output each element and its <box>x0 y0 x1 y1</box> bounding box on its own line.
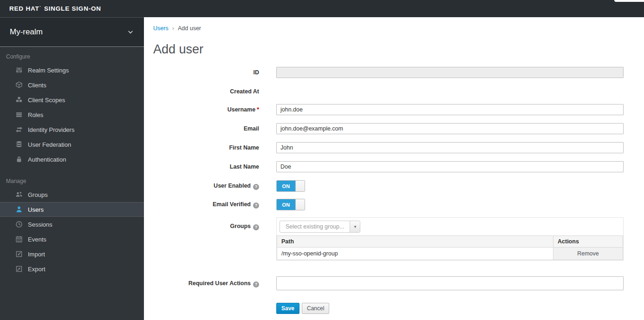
sidebar-item-export[interactable]: Export <box>0 261 144 276</box>
breadcrumb-users-link[interactable]: Users <box>153 25 169 32</box>
question-circle-icon: ? <box>253 224 259 230</box>
question-circle-icon: ? <box>253 281 259 287</box>
chevron-down-icon <box>127 29 134 35</box>
user-enabled-toggle[interactable]: ON <box>276 180 305 192</box>
sidebar-item-roles[interactable]: Roles <box>0 107 144 122</box>
sidebar-item-realm-settings[interactable]: Realm Settings <box>0 63 144 78</box>
sidebar-item-clients[interactable]: Clients <box>0 78 144 92</box>
sidebar-item-events[interactable]: Events <box>0 232 144 247</box>
required-user-actions-field[interactable] <box>276 276 624 290</box>
group-select[interactable]: Select existing group... ▼ <box>280 221 360 233</box>
sidebar-item-label: Import <box>28 251 45 258</box>
cancel-button[interactable]: Cancel <box>302 303 329 314</box>
topbar-corner-artifact <box>614 0 644 2</box>
sliders-icon <box>15 66 23 74</box>
user-icon <box>15 206 23 213</box>
last-name-field[interactable] <box>276 161 624 172</box>
toggle-on-label: ON <box>277 181 295 191</box>
sidebar-item-sessions[interactable]: Sessions <box>0 217 144 232</box>
toggle-on-label: ON <box>277 199 295 210</box>
username-label: Username* <box>153 104 259 113</box>
sidebar-item-label: User Federation <box>28 141 71 148</box>
sidebar-item-label: Client Scopes <box>28 97 65 104</box>
page-title: Add user <box>153 42 633 57</box>
groups-label: Groups? <box>153 217 259 230</box>
export-icon <box>15 265 23 273</box>
sidebar-item-import[interactable]: Import <box>0 247 144 261</box>
brand-red-hat: RED HAT <box>9 5 39 12</box>
question-circle-icon: ? <box>253 202 259 209</box>
sidebar-item-label: Roles <box>28 111 43 118</box>
breadcrumb-current: Add user <box>178 25 201 32</box>
sidebar-item-label: Groups <box>28 191 48 198</box>
cube-icon <box>15 81 23 89</box>
required-user-actions-label: Required User Actions? <box>153 276 259 287</box>
sidebar-item-label: Authentication <box>28 156 66 163</box>
brand-trademark: ' <box>40 5 41 9</box>
sidebar-item-users[interactable]: Users <box>0 202 144 217</box>
sidebar-item-user-federation[interactable]: User Federation <box>0 137 144 152</box>
users-group-icon <box>15 191 23 198</box>
breadcrumb: Users › Add user <box>153 25 633 32</box>
calendar-icon <box>15 235 23 243</box>
toggle-handle <box>295 199 305 210</box>
groups-widget: Select existing group... ▼ Path Actions <box>276 217 624 261</box>
question-circle-icon: ? <box>253 184 259 190</box>
user-enabled-label: User Enabled? <box>153 180 259 190</box>
email-field[interactable] <box>276 123 624 134</box>
list-icon <box>15 111 23 118</box>
created-at-label: Created At <box>153 86 259 95</box>
realm-selector[interactable]: My-realm <box>0 17 144 47</box>
id-label: ID <box>153 67 259 76</box>
last-name-label: Last Name <box>153 161 259 170</box>
sidebar-item-client-scopes[interactable]: Client Scopes <box>0 92 144 107</box>
import-icon <box>15 250 23 258</box>
id-field <box>276 67 624 78</box>
sidebar-item-label: Export <box>28 266 46 273</box>
first-name-label: First Name <box>153 142 259 151</box>
group-path-cell: /my-sso-openid-group <box>277 248 553 260</box>
brand-product: SINGLE SIGN-ON <box>44 5 101 12</box>
configure-section-label: Configure <box>0 47 144 63</box>
sidebar: My-realm Configure Realm Settings Client… <box>0 17 144 320</box>
email-verified-label: Email Verified? <box>153 199 259 209</box>
remove-group-button[interactable]: Remove <box>553 248 623 260</box>
sidebar-item-authentication[interactable]: Authentication <box>0 152 144 167</box>
path-column-header: Path <box>277 236 553 248</box>
top-bar: RED HAT' SINGLE SIGN-ON <box>0 0 644 17</box>
first-name-field[interactable] <box>276 142 624 153</box>
lock-icon <box>15 156 23 163</box>
sidebar-item-label: Events <box>28 236 46 243</box>
groups-table: Path Actions /my-sso-openid-group Remove <box>277 235 623 260</box>
sidebar-item-identity-providers[interactable]: Identity Providers <box>0 122 144 137</box>
sidebar-item-label: Clients <box>28 82 46 89</box>
sidebar-item-label: Sessions <box>28 221 52 228</box>
app-logo: RED HAT' SINGLE SIGN-ON <box>9 5 101 12</box>
caret-down-icon: ▼ <box>350 221 360 232</box>
manage-section-label: Manage <box>0 171 144 187</box>
main-content: Users › Add user Add user ID Created At … <box>144 17 644 320</box>
email-label: Email <box>153 123 259 132</box>
exchange-arrows-icon <box>15 126 23 133</box>
group-select-placeholder: Select existing group... <box>280 221 350 232</box>
sidebar-item-label: Realm Settings <box>28 67 69 74</box>
sidebar-item-label: Users <box>28 206 44 213</box>
database-icon <box>15 141 23 148</box>
actions-column-header: Actions <box>553 236 623 248</box>
clock-icon <box>15 221 23 228</box>
realm-name: My-realm <box>10 27 43 37</box>
cubes-icon <box>15 96 23 104</box>
username-field[interactable] <box>276 104 624 115</box>
table-row: /my-sso-openid-group Remove <box>277 248 623 260</box>
breadcrumb-separator-icon: › <box>172 25 174 32</box>
required-asterisk: * <box>257 106 259 113</box>
sidebar-item-groups[interactable]: Groups <box>0 187 144 202</box>
toggle-handle <box>295 181 305 191</box>
email-verified-toggle[interactable]: ON <box>276 199 305 210</box>
sidebar-item-label: Identity Providers <box>28 126 74 133</box>
save-button[interactable]: Save <box>276 303 299 314</box>
